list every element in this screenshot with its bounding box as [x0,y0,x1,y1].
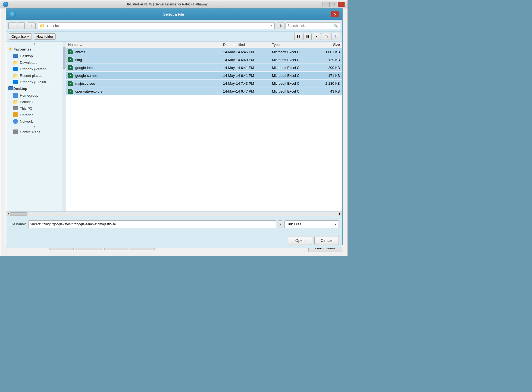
cancel-button[interactable]: Cancel [314,236,339,245]
downloads-folder-icon: 📁 [13,60,18,65]
dropbox-person-icon [13,67,18,71]
dialog-app-icon [10,11,16,18]
desktop-section-icon [8,86,13,91]
sidebar-item-libraries[interactable]: Libraries [6,112,62,118]
file-date: 14-May-14 7:43 PM [223,81,272,86]
window-close-button[interactable]: ✕ [338,2,345,7]
filename-dropdown[interactable]: ▼ [278,220,282,228]
sidebar-wrapper: ▲ ★ Favourites Desktop 📁 Downloads [6,42,66,211]
sidebar-downloads-label: Downloads [20,61,37,65]
organise-label: Organise [11,34,26,39]
search-bar: 🔍 [286,22,340,29]
sidebar-item-thispc[interactable]: This PC [6,105,62,112]
hscroll-right-button[interactable]: ▶ [338,212,342,216]
recent-places-icon: 📁 [13,73,18,78]
scroll-up-indicator: ▲ [6,42,62,46]
scroll-down-button[interactable]: ▼ [33,125,36,128]
view-help-button[interactable]: ? [331,33,339,40]
file-type: Microsoft Excel C... [272,81,315,86]
sort-indicator: ▲ [80,43,82,46]
app-icon [3,2,8,7]
favourites-section[interactable]: ★ Favourites [6,46,62,53]
file-name: bing [75,58,82,62]
separator [26,22,27,29]
address-folder-icon: 📁 [40,24,44,28]
address-text: Links [51,24,59,28]
view-details-button[interactable]: ☷ [303,33,312,40]
file-date: 14-May-14 6:41 PM [223,66,272,70]
star-icon: ★ [8,47,12,52]
file-size: 2,180 KB [315,81,340,86]
col-size-header[interactable]: Size [315,43,340,47]
up-button[interactable]: ↑ [28,22,36,29]
table-row[interactable]: X google-sample 14-May-14 6:41 PM Micros… [66,72,342,80]
dialog-content: ▲ ★ Favourites Desktop 📁 Downloads [6,42,342,211]
filetype-select[interactable]: Link Files ▼ [284,220,339,228]
address-dropdown-arrow[interactable]: ▼ [270,24,273,27]
sidebar-item-controlpanel[interactable]: Control Panel [6,129,62,135]
sidebar-homegroup-label: Homegroup [20,93,38,97]
sidebar: ▲ ★ Favourites Desktop 📁 Downloads [6,42,62,211]
back-button[interactable]: ← [8,22,16,29]
table-row[interactable]: X google-latest 14-May-14 6:41 PM Micros… [66,64,342,72]
hscroll-track[interactable] [11,212,338,216]
view-dropdown-button[interactable]: ▼ [313,33,321,40]
sidebar-item-recent[interactable]: 📁 Recent places [6,72,62,79]
view-preview-button[interactable]: ◫ [322,33,330,40]
file-size: 129 KB [315,58,340,62]
sidebar-recent-label: Recent places [20,74,42,78]
file-rows-container: X ahrefs 14-May-14 6:45 PM Microsoft Exc… [66,48,342,95]
file-name: google-latest [75,66,95,70]
horizontal-scrollbar[interactable]: ◀ ▶ [6,211,342,216]
sidebar-item-homegroup[interactable]: Homegroup [6,92,62,99]
dialog-close-button[interactable]: ✕ [331,11,339,17]
new-folder-button[interactable]: New folder [34,33,56,40]
col-name-header[interactable]: Name ▲ [68,43,223,47]
desktop-icon [13,54,18,58]
desktop-section[interactable]: Desktop [6,85,62,92]
sidebar-item-network[interactable]: Network [6,118,62,125]
col-type-header[interactable]: Type [272,43,315,47]
file-name: open-site-explorer [75,89,104,93]
filetype-dropdown-arrow: ▼ [334,223,337,226]
sidebar-item-dropbox-person[interactable]: Dropbox (Person... [6,66,62,72]
file-name: google-sample [75,74,98,78]
sidebar-item-desktop[interactable]: Desktop [6,53,62,59]
table-row[interactable]: X ahrefs 14-May-14 6:45 PM Microsoft Exc… [66,48,342,56]
scroll-up-button[interactable]: ▲ [33,42,36,45]
sidebar-dropbox-evoluti-label: Dropbox (Evoluti... [20,80,49,84]
filename-row: File name: ▼ Link Files ▼ [6,216,342,232]
filetype-label: Link Files [286,222,301,226]
sidebar-scrollbar[interactable] [62,42,66,211]
network-icon [13,119,18,124]
search-input[interactable] [287,24,333,28]
sidebar-scrollbar-thumb[interactable] [63,47,65,69]
hscroll-thumb[interactable] [11,212,27,216]
file-size: 43 KB [315,89,340,93]
sidebar-item-downloads[interactable]: 📁 Downloads [6,59,62,66]
sidebar-item-patrickh[interactable]: 📁 PatrickH [6,99,62,105]
col-date-header[interactable]: Date modified [223,43,272,47]
table-row[interactable]: X bing 14-May-14 6:49 PM Microsoft Excel… [66,56,342,64]
view-list-button[interactable]: ☷ [294,33,302,40]
sidebar-item-dropbox-evoluti[interactable]: Dropbox (Evoluti... [6,79,62,85]
table-row[interactable]: X open-site-explorer 14-May-14 6:47 PM M… [66,87,342,95]
organise-dropdown-arrow: ▼ [27,35,29,38]
favourites-label: Favourites [14,47,32,51]
excel-file-icon: X [68,65,74,70]
excel-file-icon: X [68,81,74,86]
hscroll-left-button[interactable]: ◀ [6,212,11,216]
file-type: Microsoft Excel C... [272,66,315,70]
maximize-button[interactable]: □ [330,2,337,7]
forward-button[interactable]: → [17,22,25,29]
refresh-button[interactable]: ↻ [277,22,284,29]
table-row[interactable]: X majestic-seo 14-May-14 7:43 PM Microso… [66,80,342,87]
minimize-button[interactable]: — [323,2,330,7]
address-arrow: ► [46,24,49,27]
controlpanel-icon [13,130,18,134]
organise-button[interactable]: Organise ▼ [9,33,32,40]
filename-input[interactable] [28,220,276,228]
open-button[interactable]: Open [288,236,312,245]
outer-window: URL Profiler v1.48 | Server License for … [0,0,348,256]
address-bar[interactable]: 📁 ► Links ▼ [38,22,275,29]
